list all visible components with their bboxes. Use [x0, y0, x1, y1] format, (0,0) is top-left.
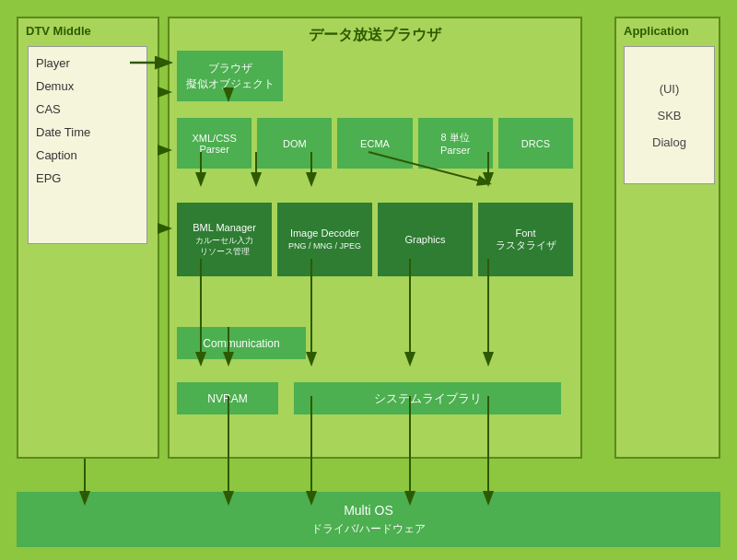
hachi-parser-box: 8 単位Parser	[418, 118, 493, 169]
image-decoder-box: Image Decoder PNG / MNG / JPEG	[277, 203, 372, 276]
nvram-box: NVRAM	[177, 382, 278, 414]
image-decoder-sub: PNG / MNG / JPEG	[288, 241, 361, 252]
app-inner-box: (UI) SKB Dialog	[624, 46, 715, 184]
nvram-label: NVRAM	[207, 392, 247, 405]
dtv-item-epg: EPG	[36, 171, 139, 185]
image-decoder-label: Image Decoder	[290, 228, 359, 239]
font-label: Fontラスタライザ	[496, 228, 556, 252]
font-box: Fontラスタライザ	[478, 203, 573, 276]
dtv-item-player: Player	[36, 56, 139, 70]
graphics-box: Graphics	[378, 203, 473, 276]
browser-obj-box: ブラウザ擬似オブジェクト	[177, 51, 283, 101]
dtv-item-caption: Caption	[36, 148, 139, 162]
syslib-label: システムライブラリ	[374, 391, 482, 407]
graphics-label: Graphics	[404, 234, 445, 245]
browser-row1: XML/CSSParser DOM ECMA 8 単位Parser DRCS	[177, 118, 573, 169]
multios-line1: Multi OS	[344, 503, 393, 518]
diagram-container: DTV Middle Player Demux CAS Date Time Ca…	[0, 0, 737, 560]
ecma-box: ECMA	[337, 118, 412, 169]
dtv-item-cas: CAS	[36, 102, 139, 116]
multios-box: Multi OS ドライバ/ハードウェア	[17, 492, 720, 547]
communication-label: Communication	[203, 337, 279, 350]
communication-box: Communication	[177, 327, 306, 359]
dom-box: DOM	[257, 118, 332, 169]
dtv-middle-label: DTV Middle	[26, 24, 91, 38]
application-label: Application	[624, 24, 689, 38]
browser-obj-text: ブラウザ擬似オブジェクト	[186, 61, 275, 92]
ecma-label: ECMA	[360, 138, 390, 149]
xml-css-parser-box: XML/CSSParser	[177, 118, 252, 169]
syslib-box: システムライブラリ	[294, 382, 561, 414]
drcs-box: DRCS	[498, 118, 573, 169]
dtv-item-demux: Demux	[36, 79, 139, 93]
drcs-label: DRCS	[521, 138, 550, 149]
bml-sub: カルーセル入力リソース管理	[195, 236, 253, 257]
browser-title: データ放送ブラウザ	[309, 26, 441, 45]
app-ui: (UI)	[660, 82, 680, 96]
xml-css-label: XML/CSSParser	[192, 133, 236, 155]
dtv-inner-box: Player Demux CAS Date Time Caption EPG	[28, 46, 147, 244]
dtv-middle-section: DTV Middle Player Demux CAS Date Time Ca…	[17, 17, 159, 459]
bml-label: BML Manager	[193, 222, 256, 233]
browser-section: データ放送ブラウザ ブラウザ擬似オブジェクト XML/CSSParser DOM…	[168, 17, 582, 459]
multios-line2: ドライバ/ハードウェア	[311, 521, 425, 537]
app-skb: SKB	[657, 109, 681, 122]
application-section: Application (UI) SKB Dialog	[614, 17, 720, 459]
dom-label: DOM	[283, 138, 307, 149]
browser-row2: BML Manager カルーセル入力リソース管理 Image Decoder …	[177, 203, 573, 276]
hachi-label: 8 単位Parser	[440, 131, 470, 156]
app-dialog: Dialog	[652, 135, 686, 149]
dtv-item-datetime: Date Time	[36, 125, 139, 139]
bml-manager-box: BML Manager カルーセル入力リソース管理	[177, 203, 272, 276]
